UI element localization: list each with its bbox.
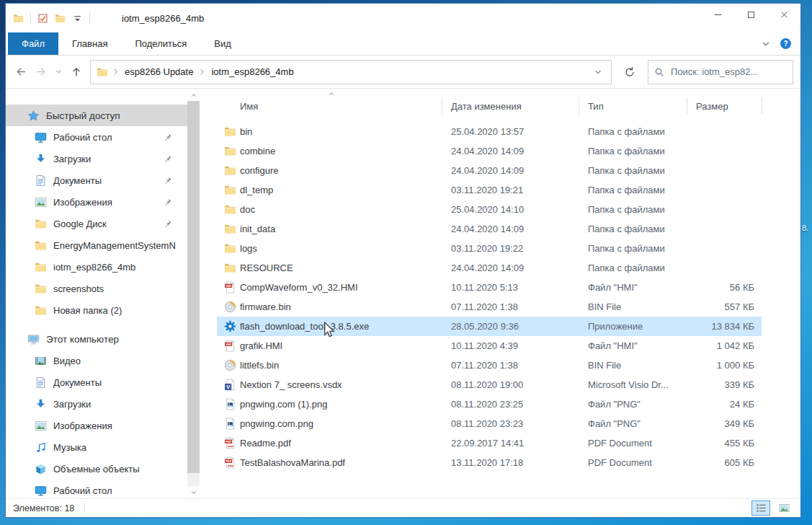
file-row[interactable]: logs03.11.2020 19:22Папка с файлами <box>217 239 762 258</box>
file-row[interactable]: firmware.bin07.11.2020 1:38BIN File557 К… <box>217 297 762 317</box>
file-row[interactable]: VNextion 7_ screens.vsdx08.11.2020 19:00… <box>217 375 762 394</box>
search-box[interactable]: Поиск: iotm_esp82... <box>648 60 793 84</box>
expand-ribbon-chevron-icon[interactable] <box>761 39 771 49</box>
folder-icon <box>224 242 236 255</box>
close-button[interactable] <box>767 4 800 25</box>
mouse-cursor <box>324 322 335 339</box>
sidebar-item[interactable]: Документы <box>6 371 187 393</box>
column-header-date-modified[interactable]: Дата изменения <box>451 101 522 112</box>
file-date: 07.11.2020 1:38 <box>451 360 518 371</box>
file-row[interactable]: configure24.04.2020 14:09Папка с файлами <box>217 161 762 180</box>
file-row[interactable]: HMIgrafik.HMI10.11.2020 4:39Файл "HMI"1 … <box>217 336 762 356</box>
scroll-down-button[interactable] <box>187 486 200 498</box>
new-folder-icon[interactable] <box>55 13 66 24</box>
folder-icon <box>35 304 47 317</box>
folder-icon[interactable] <box>13 13 24 24</box>
up-arrow-icon <box>70 66 83 77</box>
folder-icon <box>35 283 47 295</box>
file-row[interactable]: bin25.04.2020 13:57Папка с файлами <box>217 122 762 141</box>
tab-file[interactable]: Файл <box>8 32 58 55</box>
thumbnail-view-button[interactable] <box>775 500 793 516</box>
file-date: 24.04.2020 14:09 <box>451 146 524 156</box>
divider <box>30 12 31 24</box>
exe-file-icon <box>224 320 236 332</box>
file-row[interactable]: flash_download_tool_3.8.5.exe28.05.2020 … <box>217 317 762 336</box>
bin-file-icon <box>224 301 236 313</box>
sidebar-item[interactable]: Быстрый доступ <box>6 105 187 126</box>
sidebar-item[interactable]: Рабочий стол <box>6 126 187 148</box>
column-divider[interactable] <box>762 97 762 115</box>
breadcrumb-segment[interactable]: esp8266 Update <box>123 66 195 77</box>
sidebar-item[interactable]: screenshots <box>6 278 187 299</box>
forward-arrow-icon <box>35 66 48 77</box>
file-row[interactable]: pngwing.com.png08.11.2020 23:23Файл "PNG… <box>217 414 762 433</box>
scrollbar-thumb[interactable] <box>187 101 200 473</box>
file-row[interactable]: dl_temp03.11.2020 19:21Папка с файлами <box>217 180 762 200</box>
column-divider[interactable] <box>579 97 579 115</box>
file-row[interactable]: init_data24.04.2020 14:09Папка с файлами <box>217 219 762 239</box>
cursor-arrow-icon <box>324 322 335 339</box>
tab-share[interactable]: Поделиться <box>121 32 200 55</box>
tab-view[interactable]: Вид <box>200 32 245 55</box>
file-row[interactable]: PDFReadme.pdf22.09.2017 14:41PDF Documen… <box>217 433 762 453</box>
file-row[interactable]: PDFTestBalashovaMarina.pdf13.11.2020 17:… <box>217 453 762 472</box>
forward-button[interactable] <box>35 66 48 77</box>
file-row[interactable]: HMICompWaveform_v0_32.HMI10.11.2020 5:13… <box>217 278 762 297</box>
quick-access-toolbar <box>6 4 90 32</box>
pin-icon <box>163 198 172 207</box>
column-header-type[interactable]: Тип <box>588 101 604 112</box>
file-type: Папка с файлами <box>588 224 721 234</box>
sidebar-item[interactable]: Рабочий стол <box>6 480 187 498</box>
sidebar-item-label: Рабочий стол <box>53 485 112 496</box>
column-header-size[interactable]: Размер <box>696 101 728 112</box>
recent-locations-button[interactable] <box>55 68 63 76</box>
breadcrumb-segment[interactable]: iotm_esp8266_4mb <box>210 66 295 77</box>
address-dropdown[interactable] <box>586 68 610 76</box>
properties-checkbox-icon[interactable] <box>37 13 48 24</box>
chevron-up-icon <box>190 92 197 99</box>
svg-text:V: V <box>226 384 231 390</box>
file-row[interactable]: littlefs.bin07.11.2020 1:38BIN File1 000… <box>217 356 762 375</box>
sidebar-item[interactable]: Загрузки <box>6 148 187 169</box>
file-row[interactable]: RESOURCE24.04.2020 14:09Папка с файлами <box>217 258 762 278</box>
tab-home[interactable]: Главная <box>58 32 121 55</box>
qat-dropdown-icon[interactable] <box>72 13 83 24</box>
refresh-button[interactable] <box>617 60 642 84</box>
file-name: Nextion 7_ screens.vsdx <box>240 379 342 390</box>
details-view-button[interactable] <box>751 500 770 516</box>
up-button[interactable] <box>70 66 83 77</box>
back-button[interactable] <box>14 66 27 77</box>
sidebar-item[interactable]: Изображения <box>6 191 187 213</box>
sidebar-item[interactable]: iotm_esp8266_4mb <box>6 256 187 278</box>
column-header-name[interactable]: Имя <box>240 101 258 112</box>
sidebar-item[interactable]: Документы <box>6 169 187 191</box>
folder-icon <box>224 223 236 235</box>
sidebar-item[interactable]: Этот компьютер <box>6 328 187 350</box>
sidebar-item-label: Объемные объекты <box>53 464 140 475</box>
file-name: doc <box>240 204 255 215</box>
help-icon[interactable]: ? <box>780 38 792 50</box>
scroll-up-button[interactable] <box>187 89 200 101</box>
ribbon-tab-bar: ФайлГлавнаяПоделитьсяВид ? <box>6 32 800 56</box>
file-type: Папка с файлами <box>588 185 721 195</box>
sidebar-item[interactable]: Новая папка (2) <box>6 299 187 321</box>
sidebar-item[interactable]: Загрузки <box>6 393 187 415</box>
chevron-down-icon <box>190 489 197 496</box>
refresh-icon <box>624 66 635 78</box>
sidebar-item[interactable]: Музыка <box>6 436 187 458</box>
address-bar[interactable]: esp8266 Updateiotm_esp8266_4mb <box>90 60 612 84</box>
sidebar-item[interactable]: EnergyManagementSystemN <box>6 234 187 256</box>
file-row[interactable]: pngwing.com (1).png08.11.2020 23:25Файл … <box>217 394 762 414</box>
maximize-button[interactable] <box>734 4 767 25</box>
sidebar-item[interactable]: Видео <box>6 350 187 371</box>
sidebar-scrollbar[interactable] <box>187 89 200 498</box>
column-divider[interactable] <box>687 97 687 115</box>
minimize-button[interactable] <box>701 4 734 25</box>
sidebar-item[interactable]: Google Диск <box>6 213 187 234</box>
sidebar-item[interactable]: Объемные объекты <box>6 458 187 480</box>
pictures-icon <box>35 196 47 208</box>
file-row[interactable]: combine24.04.2020 14:09Папка с файлами <box>217 141 762 161</box>
column-divider[interactable] <box>442 97 442 115</box>
file-row[interactable]: doc25.04.2020 14:10Папка с файлами <box>217 200 762 219</box>
sidebar-item[interactable]: Изображения <box>6 415 187 436</box>
